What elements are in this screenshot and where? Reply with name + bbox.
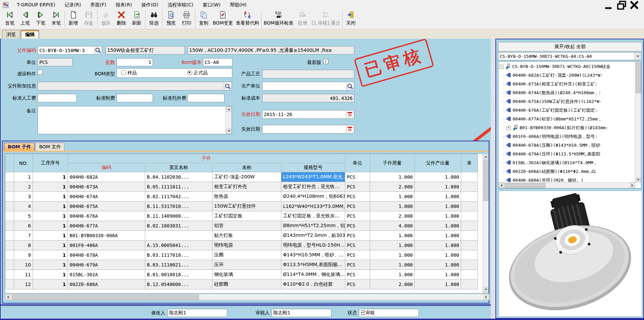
bom-selector-combo[interactable]: CS-BYB-O-150MW-30D71-WCTKG-A0:CS-A0 (498, 52, 641, 60)
table-cell[interactable]: 工矿灯固定板 (212, 211, 281, 221)
table-cell[interactable]: 1.000 (415, 270, 461, 280)
col-child-qty[interactable]: 子件用量 (370, 154, 415, 172)
tree-item[interactable]: ┈┈004H0-680A(吊环)(M20、镀锌。) (498, 176, 635, 183)
table-cell[interactable]: 1.000 (370, 260, 415, 270)
table-cell[interactable]: 8 (14, 241, 33, 250)
parent-code-field[interactable]: CS-BYB-O-150MW-3 (38, 46, 102, 55)
table-cell[interactable]: 10 (14, 260, 33, 270)
table-cell[interactable]: 1 (33, 270, 68, 280)
table-cell[interactable] (5, 172, 14, 182)
table-cell[interactable]: 1.000 (370, 172, 415, 182)
table-cell[interactable]: B.03.1110021... (145, 260, 212, 270)
table-row[interactable]: 21004H0-673AB.05.1111011...相变工矿灯外壳相变工矿灯外… (5, 182, 478, 192)
table-cell[interactable]: 1 (33, 250, 68, 260)
table-cell[interactable]: 1.000 (415, 250, 461, 260)
table-row[interactable]: 81001F0-406AA.15.0005041...明纬电源明纬电源，型号HL… (5, 241, 478, 250)
toolbar-button-printer[interactable]: 打印 (179, 10, 194, 26)
toolbar-button-nav-last[interactable]: 末笔 (48, 10, 64, 26)
tree-root-item[interactable]: −CS-BYB-O-150MW-30D71-WCTKG-A0(150W钛金 (498, 62, 635, 71)
table-cell[interactable] (5, 241, 14, 250)
table-cell[interactable]: 1 (33, 231, 68, 241)
table-cell[interactable]: B.02.1003031... (145, 221, 212, 231)
table-cell[interactable]: 1 (33, 202, 68, 211)
table-cell[interactable]: B.04.1102030... (145, 172, 212, 182)
table-cell[interactable]: PCS (345, 231, 370, 241)
table-cell[interactable]: PCS (345, 182, 370, 192)
table-cell[interactable]: 004H0-678A (68, 250, 145, 260)
toolbar-button-bom-loop-check[interactable]: 1BOM循环检查 (262, 10, 294, 26)
table-cell[interactable]: 5 (14, 211, 33, 221)
subtab-BOM 子件[interactable]: BOM 子件 (4, 143, 35, 151)
table-cell[interactable]: Ø240.4*H108mm，铝6063... (281, 192, 345, 202)
tree-item[interactable]: ┈┈004H0-682A(工矿灯-顶盖-200W)(L243*W: (498, 71, 635, 80)
table-cell[interactable] (461, 172, 478, 182)
tree-item[interactable]: ┈┈004H0-678A(压圈)(Φ143*H10.5MM，喷砂 (498, 141, 635, 150)
table-row[interactable]: 31004H0-674AB.02.1117042...散热器Ø240.4*H10… (5, 192, 478, 202)
minimize-icon[interactable] (604, 1, 614, 9)
table-cell[interactable]: L243*W243*T1.0MM.亚光... (281, 172, 345, 182)
table-cell[interactable]: 1.000 (415, 192, 461, 202)
table-cell[interactable]: 9 (14, 250, 33, 260)
table-cell[interactable] (5, 211, 14, 221)
col-name[interactable]: 名称 (212, 163, 281, 172)
std-outsource-field[interactable] (188, 94, 225, 102)
table-cell[interactable]: PCS (345, 211, 370, 221)
table-cell[interactable]: 1.000 (370, 241, 415, 250)
table-cell[interactable]: 1 (33, 260, 68, 270)
table-cell[interactable]: 1 (33, 241, 68, 250)
table-row[interactable]: 41004H0-675AB.11.5317010...150W工矿灯悬挂件L16… (5, 202, 478, 211)
table-cell[interactable]: L162*W40*H133*T3.0MM,... (281, 202, 345, 211)
table-cell[interactable]: 004H0-677A (68, 221, 145, 231)
tree-item[interactable]: ┈┈002Z0-606A(硅胶圈)(Φ110*Φ2.0mm,白 (498, 167, 635, 176)
batch-field[interactable]: 1 (117, 58, 153, 66)
table-cell[interactable]: 1.000 (415, 241, 461, 250)
menu-item-0[interactable]: T-GROUP ERP(E) (12, 1, 60, 9)
table-cell[interactable]: 2.000 (370, 280, 415, 289)
col-parent-qty[interactable]: 父件产出量 (415, 154, 461, 172)
table-row[interactable]: 71B01-BYB00330-006A贴片灯板Ø143mm*T2.0mm，贴30… (5, 231, 478, 241)
bom-child-table[interactable]: NO. 工序序号 子件 单位 子件用量 父件产出量 单 编码 英文名称 名称 规… (5, 153, 484, 293)
table-cell[interactable]: 明纬电源，型号HLG-150H... (281, 241, 345, 250)
bom-type-sample[interactable]: 样品 (121, 70, 137, 76)
col-code[interactable]: 编码 (68, 163, 145, 172)
table-row[interactable]: 111015BL-302AB.01.0010018...钢化玻璃Ø114*T4.… (5, 270, 478, 280)
table-cell[interactable]: PCS (345, 270, 370, 280)
parent-extra-field[interactable] (38, 82, 232, 91)
table-cell[interactable]: 1.000 (415, 260, 461, 270)
table-cell[interactable] (461, 270, 478, 280)
expand-collapse-all-button[interactable]: 展开/收起 全部 (498, 42, 642, 51)
tree-item[interactable]: ┈┈004H0-673A(相变工矿灯外壳)(相变工矿: (498, 80, 635, 88)
table-cell[interactable]: 1.000 (415, 221, 461, 231)
tree-expand-icon[interactable]: + (507, 126, 511, 130)
table-cell[interactable]: B.12.0540000... (145, 280, 212, 289)
tree-item[interactable]: ┈┈004H0-679A(压环)(Φ113.5*H5MM,表面阳 (498, 150, 635, 158)
col-no[interactable]: NO. (14, 154, 33, 172)
table-row[interactable]: 11004H0-682AB.04.1102030...工矿灯-顶盖-200WL2… (5, 172, 478, 182)
table-cell[interactable] (5, 192, 14, 202)
calendar-icon[interactable]: 31 (346, 111, 354, 118)
subtab-BOM 文件[interactable]: BOM 文件 (35, 143, 65, 151)
table-cell[interactable]: 002Z0-606A (68, 280, 145, 289)
table-cell[interactable] (5, 270, 14, 280)
table-cell[interactable]: 相变工矿灯外壳 (212, 182, 281, 192)
table-cell[interactable]: 1.000 (415, 280, 461, 289)
restore-icon[interactable] (616, 1, 627, 9)
table-cell[interactable]: 015BL-302A (68, 270, 145, 280)
table-row[interactable]: 91004H0-678AB.03.1117010...压圈Φ143*H10.5M… (5, 250, 478, 260)
toolbar-button-delete-x[interactable]: 删除 (114, 10, 129, 26)
col-spec[interactable]: 规格型号 (281, 163, 345, 172)
table-cell[interactable]: PCS (345, 260, 370, 270)
table-cell[interactable]: PCS (345, 221, 370, 231)
tree-horizontal-scrollbar[interactable] (498, 182, 635, 188)
table-row[interactable]: 121002Z0-606AB.12.0540000...硅胶圈Φ110*Φ2.0… (5, 280, 478, 289)
toolbar-button-bom-change[interactable]: BOM变更 (211, 10, 234, 26)
table-cell[interactable] (461, 250, 478, 260)
table-cell[interactable] (5, 221, 14, 231)
toolbar-button-close-door[interactable]: 关闭 (343, 10, 359, 26)
table-row[interactable]: 101004H0-679AB.03.1110021...压环Φ113.5*H5M… (5, 260, 478, 270)
table-cell[interactable]: 4.000 (370, 221, 415, 231)
table-cell[interactable] (461, 221, 478, 231)
table-cell[interactable]: 硅胶圈 (212, 280, 281, 289)
toolbar-button-filter-binoculars[interactable]: 筛选 (146, 10, 162, 26)
table-cell[interactable]: 1.000 (415, 182, 461, 192)
